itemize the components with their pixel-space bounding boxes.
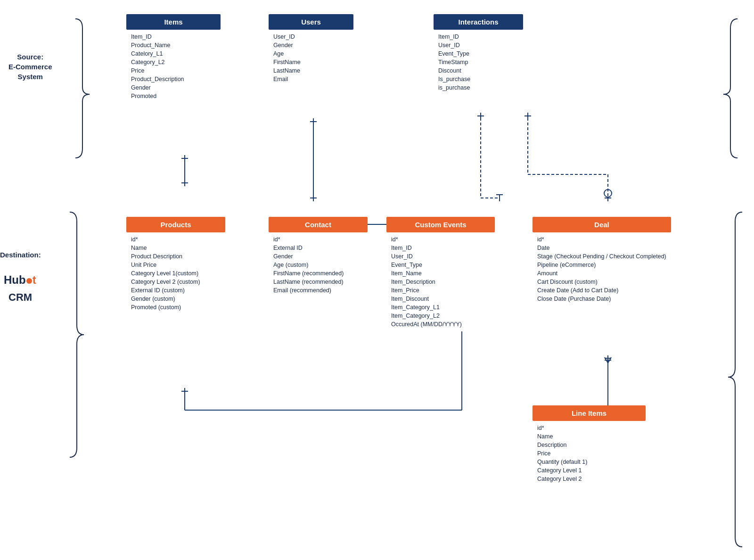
interactions-field-5: Is_purchase [438,75,518,83]
interactions-header: Interactions [434,14,523,30]
contact-header: Contact [269,217,368,232]
svg-line-32 [605,357,608,363]
interactions-fields: Item_ID User_ID Event_Type TimeStamp Dis… [434,30,523,95]
interactions-field-6: is_purchase [438,83,518,92]
deal-field-1: Date [537,244,666,252]
custom-events-header: Custom Events [386,217,495,232]
source-subtitle2-text: System [8,72,52,82]
line-items-fields: id* Name Description Price Quantity (def… [533,421,646,486]
ce-field-10: OccuredAt (MM/DD/YYYY) [391,320,490,329]
deal-field-6: Create Date (Add to Cart Date) [537,286,666,295]
items-entity: Items Item_ID Product_Name Catelory_L1 C… [126,14,221,103]
interactions-field-3: TimeStamp [438,58,518,66]
interactions-title: Interactions [458,18,498,26]
custom-events-title: Custom Events [415,221,466,229]
products-field-3: Unit Price [131,261,221,269]
items-field-6: Gender [131,83,216,92]
hubspot-spot-text: t [33,273,36,286]
deal-field-2: Stage (Checkout Pending / Checkout Compl… [537,252,666,261]
hubspot-crm-label: CRM [8,291,32,304]
contact-entity: Contact id* External ID Gender Age (cust… [269,217,368,297]
interactions-field-0: Item_ID [438,33,518,41]
items-field-2: Catelory_L1 [131,49,216,58]
line-items-entity: Line Items id* Name Description Price Qu… [533,405,646,486]
svg-point-28 [604,189,612,197]
source-title-text: Source: [8,52,52,62]
deal-field-3: Pipeline (eCommerce) [537,261,666,269]
li-field-3: Price [537,449,641,458]
ce-field-9: Item_Category_L2 [391,312,490,320]
deal-field-5: Cart Discount (custom) [537,278,666,286]
users-field-0: User_ID [273,33,349,41]
contact-field-4: FirstName (recommended) [273,269,363,278]
deal-field-7: Close Date (Purchase Date) [537,295,666,303]
custom-events-fields: id* Item_ID User_ID Event_Type Item_Name… [386,232,495,331]
ce-field-2: User_ID [391,252,490,261]
products-field-0: id* [131,235,221,244]
svg-line-33 [608,357,611,363]
products-field-4: Category Level 1(custom) [131,269,221,278]
ce-field-8: Item_Category_L1 [391,303,490,312]
products-field-5: Category Level 2 (custom) [131,278,221,286]
interactions-field-2: Event_Type [438,49,518,58]
users-title: Users [301,18,321,26]
items-title: Items [164,18,182,26]
hubspot-hub-text: Hub [4,273,26,286]
hubspot-crm-text: CRM [8,291,32,303]
li-field-1: Name [537,432,641,441]
line-items-title: Line Items [572,409,606,417]
contact-field-1: External ID [273,244,363,252]
products-entity: Products id* Name Product Description Un… [126,217,225,314]
deal-field-0: id* [537,235,666,244]
custom-events-entity: Custom Events id* Item_ID User_ID Event_… [386,217,495,331]
items-fields: Item_ID Product_Name Catelory_L1 Categor… [126,30,221,103]
ce-field-7: Item_Discount [391,295,490,303]
contact-field-3: Age (custom) [273,261,363,269]
users-header: Users [269,14,353,30]
items-field-4: Price [131,66,216,75]
users-entity: Users User_ID Gender Age FirstName LastN… [269,14,353,86]
contact-title: Contact [305,221,331,229]
items-field-7: Promoted [131,92,216,100]
li-field-4: Quantity (default 1) [537,458,641,466]
ce-field-3: Event_Type [391,261,490,269]
products-field-1: Name [131,244,221,252]
users-field-3: FirstName [273,58,349,66]
deal-header: Deal [533,217,671,232]
items-field-1: Product_Name [131,41,216,49]
contact-fields: id* External ID Gender Age (custom) Firs… [269,232,368,297]
deal-entity: Deal id* Date Stage (Checkout Pending / … [533,217,671,306]
diagram-container: Source: E-Commerce System Destination: H… [0,0,754,560]
contact-field-6: Email (recommended) [273,286,363,295]
hubspot-dot-icon [26,278,32,284]
source-label: Source: E-Commerce System [8,52,52,82]
destination-title-text: Destination: [0,250,41,260]
products-header: Products [126,217,225,232]
deal-field-4: Amount [537,269,666,278]
ce-field-4: Item_Name [391,269,490,278]
ce-field-6: Item_Price [391,286,490,295]
users-field-5: Email [273,75,349,83]
interactions-entity: Interactions Item_ID User_ID Event_Type … [434,14,523,95]
li-field-5: Category Level 1 [537,466,641,475]
deal-fields: id* Date Stage (Checkout Pending / Check… [533,232,671,306]
deal-title: Deal [594,221,609,229]
li-field-0: id* [537,424,641,432]
contact-field-0: id* [273,235,363,244]
contact-field-5: LastName (recommended) [273,278,363,286]
li-field-6: Category Level 2 [537,475,641,483]
li-field-2: Description [537,441,641,449]
products-field-6: External ID (custom) [131,286,221,295]
products-title: Products [160,221,191,229]
products-field-7: Gender (custom) [131,295,221,303]
products-fields: id* Name Product Description Unit Price … [126,232,225,314]
items-field-3: Category_L2 [131,58,216,66]
users-field-4: LastName [273,66,349,75]
products-field-2: Product Description [131,252,221,261]
contact-field-2: Gender [273,252,363,261]
interactions-field-4: Discount [438,66,518,75]
destination-label: Destination: [0,250,41,260]
interactions-field-1: User_ID [438,41,518,49]
items-field-5: Product_Description [131,75,216,83]
line-items-header: Line Items [533,405,646,421]
